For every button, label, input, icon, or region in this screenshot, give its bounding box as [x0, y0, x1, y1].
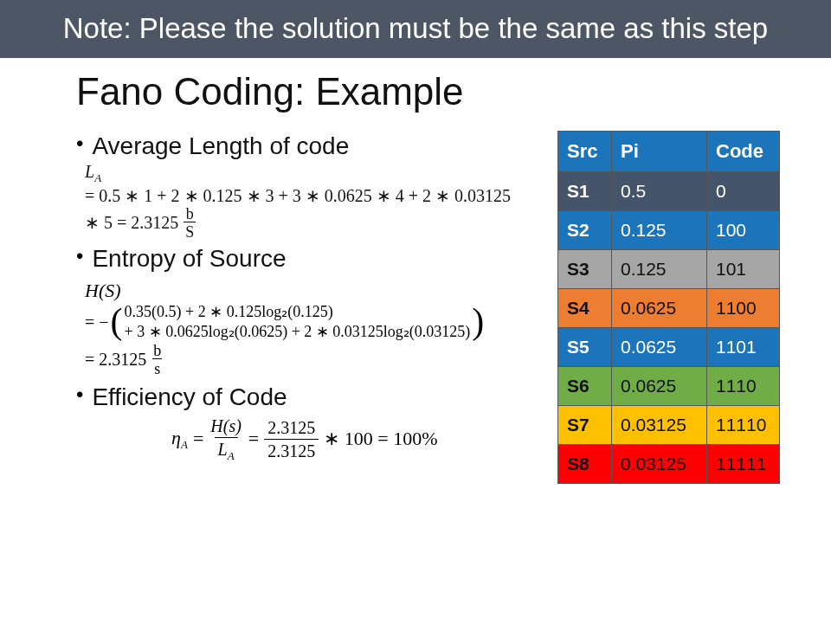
cell-code: 11111 — [707, 444, 780, 483]
cell-code: 1100 — [707, 288, 780, 327]
frac-den: S — [184, 222, 196, 240]
avg-length-prefix: ∗ 5 = 2.3125 — [85, 212, 178, 233]
cell-pi: 0.125 — [612, 249, 707, 288]
la-letter: L — [85, 162, 94, 181]
cell-pi: 0.0625 — [612, 327, 707, 366]
bullet-dot-icon: • — [76, 245, 83, 267]
la-sub: A — [94, 171, 101, 184]
table-row: S70.0312511110 — [558, 405, 780, 444]
frac-num: b — [184, 206, 196, 222]
avg-length-line2: ∗ 5 = 2.3125 b S — [85, 206, 544, 240]
entropy-frac: b s — [151, 343, 163, 377]
bullet-avg-length-label: Average Length of code — [92, 132, 349, 160]
cell-src: S6 — [558, 366, 612, 405]
table-header-row: Src Pi Code — [558, 131, 780, 171]
eq-sign: = — [193, 428, 203, 450]
hs-symbol: H(S) — [85, 280, 544, 302]
cell-src: S1 — [558, 171, 612, 210]
cell-pi: 0.03125 — [612, 444, 707, 483]
cell-code: 101 — [707, 249, 780, 288]
la-symbol: LA — [85, 162, 544, 185]
frac2-num: 2.3125 — [266, 418, 317, 439]
table-row: S10.50 — [558, 171, 780, 210]
left-column: • Average Length of code LA = 0.5 ∗ 1 + … — [68, 132, 552, 484]
cell-code: 1110 — [707, 366, 780, 405]
eff-tail: ∗ 100 = 100% — [324, 428, 437, 450]
eta-symbol: ηA — [171, 427, 188, 452]
cell-src: S7 — [558, 405, 612, 444]
entropy-paren-line: = − ( 0.35(0.5) + 2 ∗ 0.125log₂(0.125) +… — [85, 302, 544, 343]
bullet-entropy: • Entropy of Source — [68, 245, 544, 273]
cell-pi: 0.0625 — [612, 288, 707, 327]
avg-length-frac: b S — [184, 206, 196, 240]
header-code: Code — [707, 131, 780, 171]
cell-src: S2 — [558, 210, 612, 249]
frac-den: s — [152, 358, 162, 377]
header-src: Src — [558, 131, 612, 171]
bullet-avg-length: • Average Length of code — [68, 132, 544, 160]
cell-code: 1101 — [707, 327, 780, 366]
frac1-den-sub: A — [228, 449, 235, 462]
cell-src: S4 — [558, 288, 612, 327]
efficiency-math: ηA = H(s) LA = 2.3125 2.3125 ∗ 100 = 100… — [171, 416, 544, 462]
bullet-efficiency: • Efficiency of Code — [68, 383, 544, 411]
avg-length-math: LA = 0.5 ∗ 1 + 2 ∗ 0.125 ∗ 3 + 3 ∗ 0.062… — [85, 162, 544, 240]
avg-length-line1: = 0.5 ∗ 1 + 2 ∗ 0.125 ∗ 3 + 3 ∗ 0.0625 ∗… — [85, 185, 544, 206]
eq-neg: = − — [85, 312, 109, 332]
entropy-result-prefix: = 2.3125 — [85, 350, 146, 370]
eff-frac1: H(s) LA — [209, 416, 243, 462]
bullet-dot-icon: • — [76, 383, 83, 406]
cell-src: S3 — [558, 249, 612, 288]
frac1-den-l: L — [218, 440, 228, 459]
entropy-paren-content: 0.35(0.5) + 2 ∗ 0.125log₂(0.125) + 3 ∗ 0… — [125, 302, 471, 343]
eff-frac2: 2.3125 2.3125 — [264, 418, 319, 460]
table-row: S50.06251101 — [558, 327, 780, 366]
eta-letter: η — [171, 427, 181, 448]
table-row: S40.06251100 — [558, 288, 780, 327]
eq-sign-2: = — [248, 428, 259, 450]
cell-pi: 0.125 — [612, 210, 707, 249]
cell-code: 100 — [707, 210, 780, 249]
table-row: S60.06251110 — [558, 366, 780, 405]
code-table: Src Pi Code S10.50S20.125100S30.125101S4… — [557, 131, 780, 484]
cell-pi: 0.03125 — [612, 405, 707, 444]
table-row: S80.0312511111 — [558, 444, 780, 483]
bullet-dot-icon: • — [76, 132, 83, 155]
note-header: Note: Please the solution must be the sa… — [0, 0, 831, 58]
content-area: • Average Length of code LA = 0.5 ∗ 1 + … — [0, 132, 831, 484]
table-row: S20.125100 — [558, 210, 780, 249]
bullet-efficiency-label: Efficiency of Code — [92, 383, 287, 411]
page-title: Fano Coding: Example — [0, 58, 831, 132]
entropy-result: = 2.3125 b s — [85, 343, 544, 377]
frac-num: b — [151, 343, 163, 358]
cell-pi: 0.0625 — [612, 366, 707, 405]
open-paren-icon: ( — [111, 307, 123, 337]
cell-src: S5 — [558, 327, 612, 366]
cell-src: S8 — [558, 444, 612, 483]
entropy-math: H(S) = − ( 0.35(0.5) + 2 ∗ 0.125log₂(0.1… — [85, 280, 544, 377]
bullet-entropy-label: Entropy of Source — [92, 245, 286, 273]
cell-pi: 0.5 — [612, 171, 707, 210]
cell-code: 0 — [707, 171, 780, 210]
table-row: S30.125101 — [558, 249, 780, 288]
table-body: S10.50S20.125100S30.125101S40.06251100S5… — [558, 171, 780, 483]
frac1-den: LA — [215, 437, 238, 462]
cell-code: 11110 — [707, 405, 780, 444]
frac2-den: 2.3125 — [264, 439, 319, 460]
frac1-num: H(s) — [209, 416, 243, 437]
close-paren-icon: ) — [472, 307, 484, 337]
header-pi: Pi — [612, 131, 707, 171]
entropy-p2: + 3 ∗ 0.0625log₂(0.0625) + 2 ∗ 0.03125lo… — [125, 322, 471, 342]
eta-sub: A — [181, 438, 188, 451]
entropy-p1: 0.35(0.5) + 2 ∗ 0.125log₂(0.125) — [125, 302, 471, 322]
